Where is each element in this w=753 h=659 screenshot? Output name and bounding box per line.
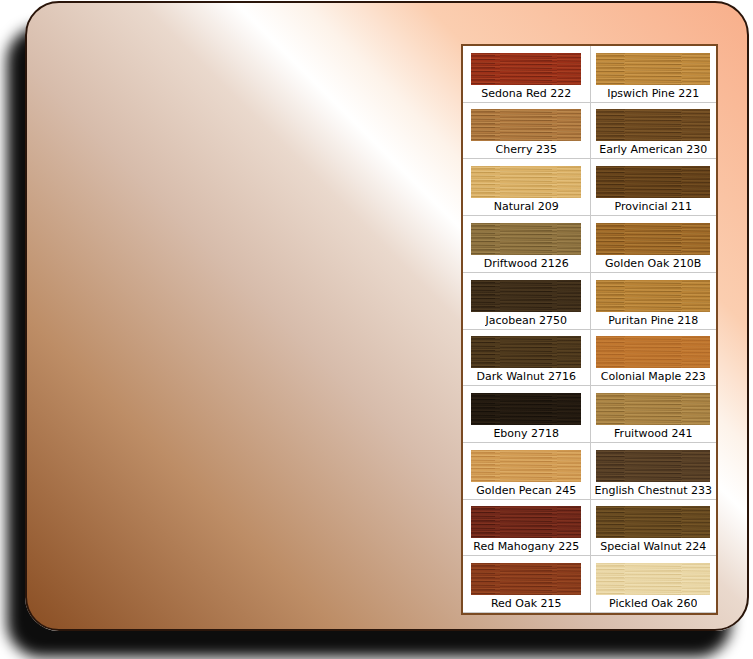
stain-label: Driftwood 2126 (484, 256, 569, 271)
stain-cell[interactable]: Special Walnut 224 (590, 500, 717, 557)
stain-cell[interactable]: Driftwood 2126 (463, 216, 590, 273)
stain-cell[interactable]: English Chestnut 233 (590, 443, 717, 500)
stain-cell[interactable]: Natural 209 (463, 159, 590, 216)
stain-label: Fruitwood 241 (614, 426, 692, 441)
stain-label: Dark Walnut 2716 (477, 369, 576, 384)
stain-cell[interactable]: Sedona Red 222 (463, 46, 590, 103)
stain-swatch-image[interactable] (471, 393, 581, 425)
stain-swatch-image[interactable] (471, 166, 581, 198)
stain-swatch-image[interactable] (596, 506, 710, 538)
stain-label: Ipswich Pine 221 (607, 86, 699, 101)
stain-swatch-image[interactable] (596, 450, 710, 482)
stain-label: Special Walnut 224 (600, 539, 706, 554)
stain-label: Red Oak 215 (491, 596, 562, 611)
stain-swatch-image[interactable] (596, 336, 710, 368)
stain-label: Golden Pecan 245 (476, 483, 576, 498)
stain-swatch-image[interactable] (596, 393, 710, 425)
stain-swatch-image[interactable] (596, 109, 710, 141)
stain-chart-panel: Sedona Red 222 Ipswich Pine 221 Cherry 2… (461, 44, 718, 615)
stain-label: Pickled Oak 260 (609, 596, 697, 611)
stain-swatch-image[interactable] (596, 223, 710, 255)
stain-label: Ebony 2718 (493, 426, 559, 441)
stain-cell[interactable]: Pickled Oak 260 (590, 556, 717, 613)
stain-swatch-image[interactable] (471, 109, 581, 141)
stain-cell[interactable]: Provincial 211 (590, 159, 717, 216)
stain-cell[interactable]: Dark Walnut 2716 (463, 330, 590, 387)
stain-cell[interactable]: Golden Pecan 245 (463, 443, 590, 500)
stain-label: English Chestnut 233 (595, 483, 712, 498)
stain-cell[interactable]: Red Mahogany 225 (463, 500, 590, 557)
stain-swatch-image[interactable] (596, 280, 710, 312)
stain-label: Early American 230 (599, 142, 707, 157)
stain-swatch-image[interactable] (471, 506, 581, 538)
stain-swatch-image[interactable] (471, 563, 581, 595)
stain-label: Sedona Red 222 (481, 86, 571, 101)
stain-swatch-image[interactable] (471, 280, 581, 312)
stain-label: Puritan Pine 218 (608, 313, 698, 328)
stain-cell[interactable]: Ebony 2718 (463, 386, 590, 443)
stain-label: Jacobean 2750 (485, 313, 567, 328)
stain-swatch-image[interactable] (596, 53, 710, 85)
stain-cell[interactable]: Colonial Maple 223 (590, 330, 717, 387)
stain-cell[interactable]: Jacobean 2750 (463, 273, 590, 330)
page: { "page": { "background": "#ffffff" }, "… (0, 0, 753, 659)
stain-cell[interactable]: Red Oak 215 (463, 556, 590, 613)
stain-swatch-image[interactable] (471, 336, 581, 368)
stain-label: Colonial Maple 223 (601, 369, 706, 384)
stain-label: Provincial 211 (615, 199, 692, 214)
stain-swatch-image[interactable] (471, 223, 581, 255)
app-window: Sedona Red 222 Ipswich Pine 221 Cherry 2… (25, 1, 749, 631)
stain-swatch-image[interactable] (471, 450, 581, 482)
stain-cell[interactable]: Puritan Pine 218 (590, 273, 717, 330)
stain-swatch-image[interactable] (471, 53, 581, 85)
stain-label: Cherry 235 (496, 142, 557, 157)
stain-label: Golden Oak 210B (605, 256, 701, 271)
stain-cell[interactable]: Cherry 235 (463, 103, 590, 160)
stain-cell[interactable]: Golden Oak 210B (590, 216, 717, 273)
stain-swatch-image[interactable] (596, 563, 710, 595)
stain-cell[interactable]: Early American 230 (590, 103, 717, 160)
stain-swatch-image[interactable] (596, 166, 710, 198)
stain-cell[interactable]: Fruitwood 241 (590, 386, 717, 443)
stain-label: Natural 209 (494, 199, 559, 214)
stain-label: Red Mahogany 225 (473, 539, 579, 554)
stain-cell[interactable]: Ipswich Pine 221 (590, 46, 717, 103)
